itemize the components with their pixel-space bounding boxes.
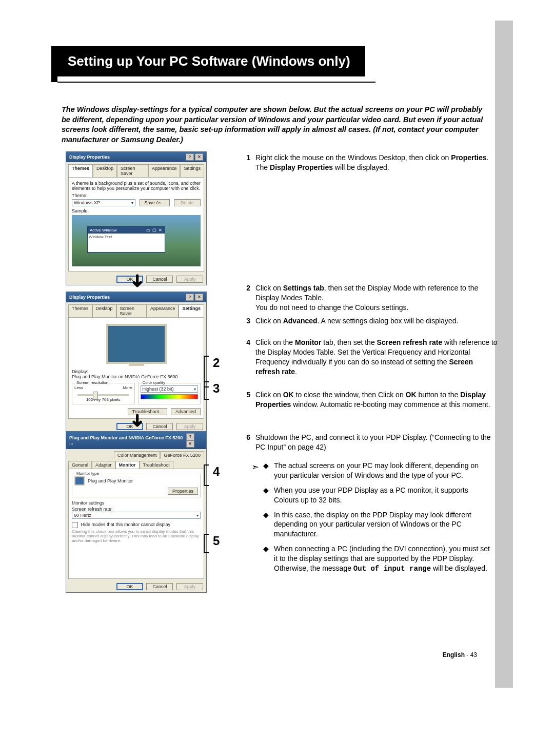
advanced-button[interactable]: Advanced [171,408,201,415]
properties-button[interactable]: Properties [168,488,198,495]
monitor-settings-label: Monitor settings [72,500,201,506]
tab-desktop[interactable]: Desktop [92,304,116,317]
refresh-label: Screen refresh rate: [72,507,201,512]
callout-5: 5 [213,534,223,553]
color-quality-group: Color quality Highest (32 bit) ▾ [138,383,201,404]
tab-settings[interactable]: Settings [179,304,204,317]
intro-paragraph: The Windows display-settings for a typic… [62,105,487,145]
hide-modes-checkbox-row[interactable]: Hide modes that this monitor cannot disp… [72,522,201,528]
apply-button[interactable]: Apply [176,276,203,283]
checkbox-icon [72,522,78,528]
tab-adapter[interactable]: Adapter [92,461,115,469]
settings-panel: Display: Plug and Play Monitor on NVIDIA… [68,317,204,419]
note-item: ◆The actual screens on your PC may look … [262,461,492,480]
screenshot-monitor-properties: Plug and Play Monitor and NVIDIA GeForce… [66,431,207,593]
title-underline [57,82,375,83]
theme-label: Theme: [72,193,201,198]
flow-arrow-down: ➜ [128,413,148,428]
hide-modes-label: Hide modes that this monitor cannot disp… [81,522,171,527]
delete-button[interactable]: Delete [174,199,201,206]
tab-settings[interactable]: Settings [180,164,204,177]
preview-window-text: Window Text [88,234,165,252]
tab-themes[interactable]: Themes [68,164,93,177]
tab-color-management[interactable]: Color Management [114,451,161,459]
tab-themes[interactable]: Themes [68,304,92,317]
title-left-bar [51,46,57,82]
step-body: Click on Settings tab, then set the Disp… [255,283,498,313]
screen-resolution-group: Screen resolution Less More 1024 by 768 … [72,383,135,404]
tab-geforce-fx-5200[interactable]: GeForce FX 5200 [160,451,204,459]
bullet-diamond-icon: ◆ [262,544,274,574]
theme-dropdown[interactable]: Windows XP ▾ [72,199,135,206]
monitor-type-group: Monitor type Plug and Play Monitor Prope… [72,474,201,497]
dialog-titlebar: Display Properties ?✕ [66,292,206,302]
dialog-titlebar: Plug and Play Monitor and NVIDIA GeForce… [66,432,206,449]
note-item: ◆In this case, the display on the PDP Di… [262,510,492,539]
dialog-button-row: OK Cancel Apply [66,581,206,592]
manual-page: Setting up Your PC Software (Windows onl… [0,0,554,756]
color-label: Color quality [142,380,166,385]
color-quality-dropdown[interactable]: Highest (32 bit) ▾ [141,385,199,393]
apply-button[interactable]: Apply [176,583,203,590]
cancel-button[interactable]: Cancel [146,583,173,590]
display-value: Plug and Play Monitor on NVIDIA GeForce … [72,374,201,379]
display-label: Display: [72,369,201,374]
bullet-diamond-icon: ◆ [262,510,274,539]
dialog-titlebar: Display Properties ?✕ [66,152,206,162]
step-6: 6Shutdown the PC, and connect it to your… [236,433,498,459]
chevron-down-icon: ▾ [131,201,133,205]
res-more: More [123,385,132,390]
page-footer: English - 43 [443,651,477,658]
apply-button[interactable]: Apply [176,423,203,430]
tab-monitor[interactable]: Monitor [115,461,140,469]
monitor-icon [74,476,85,486]
dialog-title: Display Properties [69,295,110,300]
cancel-button[interactable]: Cancel [146,276,173,283]
monitor-panel: Monitor type Plug and Play Monitor Prope… [68,469,204,579]
res-less: Less [74,385,83,390]
tab-appearance[interactable]: Appearance [148,164,181,177]
monitor-preview [72,321,201,367]
tab-screen-saver[interactable]: Screen Saver [117,164,148,177]
flow-arrow-down: ➜ [128,274,148,288]
bullet-diamond-icon: ◆ [262,461,274,480]
tab-general[interactable]: General [68,461,92,469]
save-as-button[interactable]: Save As... [140,199,170,206]
dialog-tabs: ThemesDesktopScreen SaverAppearanceSetti… [66,302,206,317]
theme-description: A theme is a background plus a set of so… [72,181,201,191]
tab-troubleshoot[interactable]: Troubleshoot [140,461,173,469]
step-body: Click on OK to close the window, then Cl… [255,390,498,410]
resolution-value: 1024 by 768 pixels [74,397,132,402]
hide-modes-description: Clearing this check box allows you to se… [72,529,201,543]
sample-label: Sample: [72,208,201,214]
bullet-diamond-icon: ◆ [262,486,274,505]
step-number: 2 [236,283,255,313]
step-5: 5Click on OK to close the window, then C… [236,390,498,417]
callout-3: 3 [213,381,223,400]
step-4: 4Click on the Monitor tab, then set the … [236,338,498,384]
ok-button[interactable]: OK [116,583,143,590]
chevron-down-icon: ▾ [194,387,196,392]
screenshot-display-properties-settings: Display Properties ?✕ ThemesDesktopScree… [66,292,207,433]
note-block: ➣ ◆The actual screens on your PC may loo… [251,461,492,579]
callout-4: 4 [213,464,223,486]
tab-desktop[interactable]: Desktop [93,164,117,177]
chevron-down-icon: ▾ [196,513,199,518]
screenshot-display-properties-themes: Display Properties ?✕ ThemesDesktopScree… [66,151,207,285]
tab-screen-saver[interactable]: Screen Saver [116,304,147,317]
themes-panel: A theme is a background plus a set of so… [68,177,204,272]
color-bar [141,394,199,399]
refresh-rate-dropdown[interactable]: 60 Hertz ▾ [72,512,201,519]
step-body: Click on the Monitor tab, then set the S… [255,338,498,377]
note-item: ◆When you use your PDP Display as a PC m… [262,486,492,505]
window-icons: ?✕ [185,153,203,161]
dialog-tabs: ThemesDesktopScreen SaverAppearanceSetti… [66,162,206,177]
dialog-tabs-top: Color ManagementGeForce FX 5200 [66,449,206,459]
tab-appearance[interactable]: Appearance [147,304,179,317]
resolution-slider[interactable] [77,394,129,396]
step-1: 1Right click the mouse on the Windows De… [236,153,498,180]
dialog-title: Plug and Play Monitor and NVIDIA GeForce… [69,435,185,445]
theme-value: Windows XP [74,200,100,205]
title-block: Setting up Your PC Software (Windows onl… [57,46,375,83]
cancel-button[interactable]: Cancel [146,423,173,430]
